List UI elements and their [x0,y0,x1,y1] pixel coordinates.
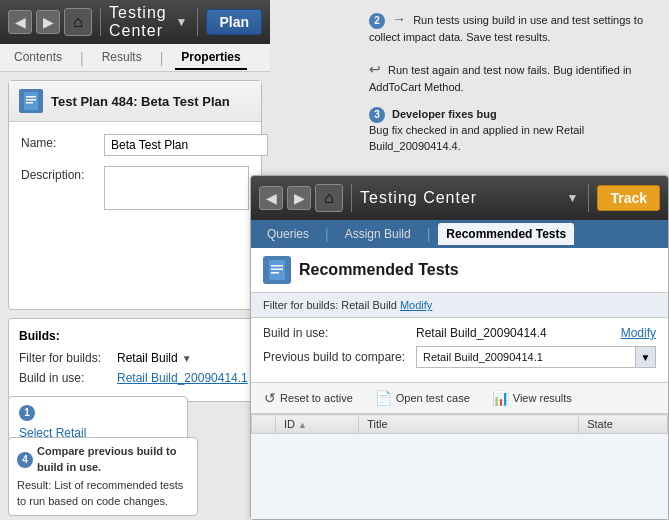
test-plan-card: Test Plan 484: Beta Test Plan Name: Desc… [8,80,262,310]
left-tabs-bar: Contents | Results | Properties [0,44,270,72]
right-app-title: Testing Center [360,189,561,207]
previous-build-dropdown-arrow[interactable]: ▼ [635,347,655,367]
right-forward-button[interactable]: ▶ [287,186,311,210]
right-callouts: 2 → Run tests using build in use and tes… [359,0,669,176]
previous-build-dropdown[interactable]: Retail Build_20090414.1 ▼ [416,346,656,368]
test-plan-header: Test Plan 484: Beta Test Plan [9,81,261,122]
filter-builds-row: Filter for builds: Retail Build ▼ [19,351,251,365]
reset-btn-label: Reset to active [280,392,353,404]
callout-2: 2 → Run tests using build in use and tes… [369,10,659,95]
tab-queries[interactable]: Queries [259,223,317,245]
track-button[interactable]: Track [597,185,660,211]
rec-toolbar: ↺ Reset to active 📄 Open test case 📊 Vie… [251,383,668,414]
results-table-container: ID ▲ Title State [251,414,668,519]
nav-divider [100,8,101,36]
previous-build-label: Previous build to compare: [263,350,408,364]
build-in-use-value[interactable]: Retail Build_20090414.1 [117,371,248,385]
description-input[interactable] [104,166,249,210]
open-test-case-button[interactable]: 📄 Open test case [370,387,475,409]
rec-build-modify-link[interactable]: Modify [621,326,656,340]
build-in-use-row: Build in use: Retail Build_20090414.1 [19,371,251,385]
filter-dropdown[interactable]: Retail Build ▼ [117,351,192,365]
right-nav-divider [351,184,352,212]
filter-bar-text: Filter for builds: Retail Build [263,299,397,311]
callout-4-text: Result: List of recommended tests to run… [17,479,183,506]
callout-4-title: Compare previous build to build in use. [37,444,189,475]
rec-tests-title: Recommended Tests [299,261,459,279]
home-button[interactable]: ⌂ [64,8,92,36]
callout-3-header: Developer fixes bug [392,108,497,120]
arrow-left-1: ↩ [369,61,381,77]
filter-label: Filter for builds: [19,351,109,365]
view-btn-label: View results [513,392,572,404]
results-table: ID ▲ Title State [251,414,668,434]
svg-rect-1 [26,96,36,98]
reset-active-button[interactable]: ↺ Reset to active [259,387,358,409]
rec-filter-bar: Filter for builds: Retail Build Modify [251,293,668,318]
nav-dropdown-button[interactable]: ▼ [174,13,190,31]
tab-right-sep-1: | [325,226,329,242]
tab-sep-2: | [160,50,164,66]
builds-section: Builds: Filter for builds: Retail Build … [8,318,262,402]
dropdown-arrow-icon: ▼ [182,353,192,364]
recommended-tests-content: Recommended Tests Filter for builds: Ret… [251,248,668,519]
build-in-use-field-row: Build in use: Retail Build_20090414.4 Mo… [263,326,656,340]
tab-contents[interactable]: Contents [8,46,68,70]
col-id-label: ID [284,418,295,430]
rec-tests-icon [263,256,291,284]
previous-build-field-row: Previous build to compare: Retail Build_… [263,346,656,368]
col-title[interactable]: Title [359,415,579,434]
reset-icon: ↺ [264,390,276,406]
col-state-label: State [587,418,613,430]
callout-2-text-2: Run test again and test now fails. Bug i… [369,64,631,93]
left-nav-bar: ◀ ▶ ⌂ Testing Center ▼ Plan [0,0,270,44]
svg-rect-5 [271,265,283,267]
col-state[interactable]: State [579,415,668,434]
rec-tests-header: Recommended Tests [251,248,668,293]
tab-properties[interactable]: Properties [175,46,246,70]
right-nav-dropdown[interactable]: ▼ [565,189,581,207]
nav-divider-2 [197,8,198,36]
previous-build-value: Retail Build_20090414.1 [417,351,635,363]
right-home-button[interactable]: ⌂ [315,184,343,212]
filter-value: Retail Build [117,351,178,365]
open-btn-label: Open test case [396,392,470,404]
open-icon: 📄 [375,390,392,406]
col-id[interactable]: ID ▲ [276,415,359,434]
callout-2-number: 2 [369,13,385,29]
callout-4: 4 Compare previous build to build in use… [8,437,198,516]
right-back-button[interactable]: ◀ [259,186,283,210]
tab-sep-1: | [80,50,84,66]
col-checkbox [252,415,276,434]
callout-3-text: Bug fix checked in and applied in new Re… [369,124,584,151]
tab-results[interactable]: Results [96,46,148,70]
description-label: Description: [21,166,96,182]
forward-button[interactable]: ▶ [36,10,60,34]
table-header-row: ID ▲ Title State [252,415,668,434]
svg-rect-2 [26,99,36,101]
callout-1-header: 1 [19,405,177,421]
callout-1-number: 1 [19,405,35,421]
svg-rect-3 [26,102,33,104]
right-tabs-bar: Queries | Assign Build | Recommended Tes… [251,220,668,248]
tab-assign-build[interactable]: Assign Build [337,223,419,245]
test-plan-title: Test Plan 484: Beta Test Plan [51,94,230,109]
tab-recommended-tests[interactable]: Recommended Tests [438,223,574,245]
callout-3-number: 3 [369,107,385,123]
back-button[interactable]: ◀ [8,10,32,34]
callout-2-text-1: Run tests using build in use and test se… [369,14,643,43]
view-results-button[interactable]: 📊 View results [487,387,577,409]
svg-rect-6 [271,269,283,271]
name-label: Name: [21,134,96,150]
rec-fields: Build in use: Retail Build_20090414.4 Mo… [251,318,668,383]
filter-modify-link[interactable]: Modify [400,299,432,311]
right-nav-divider-2 [588,184,589,212]
plan-button[interactable]: Plan [206,9,262,35]
description-field-row: Description: [21,166,249,210]
callout-3: 3 Developer fixes bug Bug fix checked in… [369,107,659,154]
app-title-left: Testing Center [109,4,170,40]
test-plan-body: Name: Description: [9,122,261,232]
arrow-right-1: → [392,11,406,27]
name-input[interactable] [104,134,268,156]
test-plan-icon [19,89,43,113]
